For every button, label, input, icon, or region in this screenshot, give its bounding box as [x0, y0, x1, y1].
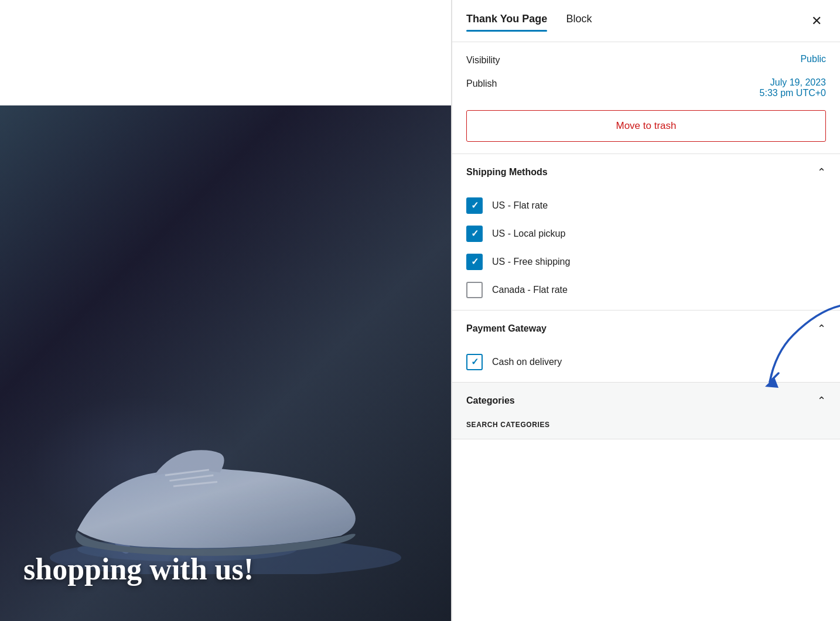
- shipping-item-4: Canada - Flat rate: [466, 282, 826, 298]
- visibility-value[interactable]: Public: [800, 54, 826, 64]
- publish-value[interactable]: July 19, 2023 5:33 pm UTC+0: [760, 77, 826, 98]
- categories-chevron-icon: ⌃: [817, 394, 826, 407]
- left-panel-top: [0, 0, 451, 105]
- search-categories-label: SEARCH CATEGORIES: [466, 421, 550, 429]
- hero-image: shopping with us!: [0, 105, 451, 621]
- block-tab-label: Block: [566, 11, 592, 28]
- publish-time: 5:33 pm UTC+0: [760, 88, 826, 98]
- shipping-methods-body: ✓ US - Flat rate ✓ US - Local pickup ✓ U…: [452, 190, 840, 310]
- shipping-label-1: US - Flat rate: [492, 200, 548, 211]
- right-panel: Thank You Page Block ✕ Visibility Public…: [452, 0, 840, 621]
- shipping-checkbox-4[interactable]: [466, 282, 483, 298]
- close-button[interactable]: ✕: [807, 12, 826, 30]
- shipping-label-4: Canada - Flat rate: [492, 285, 568, 295]
- visibility-label: Visibility: [466, 54, 500, 66]
- categories-title: Categories: [466, 395, 515, 406]
- publish-label: Publish: [466, 77, 497, 89]
- tabs-area: Thank You Page Block: [466, 11, 807, 32]
- tab-block[interactable]: Block: [566, 11, 592, 32]
- panel-header: Thank You Page Block ✕: [452, 0, 840, 42]
- categories-section: Categories ⌃ SEARCH CATEGORIES: [452, 383, 840, 439]
- payment-gateway-section: Payment Gateway ⌃ ✓ Cash on delivery: [452, 310, 840, 383]
- search-categories: SEARCH CATEGORIES: [452, 419, 840, 439]
- shipping-label-2: US - Local pickup: [492, 228, 565, 239]
- payment-chevron-icon: ⌃: [817, 322, 826, 335]
- post-settings-section: Visibility Public Publish July 19, 2023 …: [452, 42, 840, 154]
- shipping-methods-section: Shipping Methods ⌃ ✓ US - Flat rate ✓ US…: [452, 154, 840, 310]
- left-panel: shopping with us!: [0, 0, 451, 621]
- payment-gateway-header[interactable]: Payment Gateway ⌃: [452, 310, 840, 347]
- tab-underline: [466, 30, 547, 32]
- shipping-checkbox-2[interactable]: ✓: [466, 226, 483, 242]
- publish-date: July 19, 2023: [760, 77, 826, 88]
- shipping-methods-header[interactable]: Shipping Methods ⌃: [452, 154, 840, 190]
- checkmark-1: ✓: [471, 201, 479, 210]
- payment-gateway-title: Payment Gateway: [466, 323, 547, 334]
- payment-checkbox-1[interactable]: ✓: [466, 354, 483, 370]
- shipping-item-1: ✓ US - Flat rate: [466, 197, 826, 214]
- hero-text: shopping with us!: [23, 552, 254, 586]
- shipping-checkbox-3[interactable]: ✓: [466, 254, 483, 270]
- payment-gateway-body: ✓ Cash on delivery: [452, 347, 840, 382]
- hero-heading: shopping with us!: [23, 552, 254, 586]
- publish-row: Publish July 19, 2023 5:33 pm UTC+0: [466, 77, 826, 98]
- checkmark-payment-1: ✓: [471, 357, 479, 367]
- shipping-item-3: ✓ US - Free shipping: [466, 254, 826, 270]
- categories-header[interactable]: Categories ⌃: [452, 383, 840, 419]
- thank-you-page-tab-label: Thank You Page: [466, 11, 547, 28]
- shipping-checkbox-1[interactable]: ✓: [466, 197, 483, 214]
- checkmark-2: ✓: [471, 229, 479, 238]
- visibility-row: Visibility Public: [466, 54, 826, 66]
- checkmark-3: ✓: [471, 257, 479, 267]
- panel-content[interactable]: Visibility Public Publish July 19, 2023 …: [452, 42, 840, 621]
- move-to-trash-button[interactable]: Move to trash: [466, 110, 826, 142]
- payment-item-1: ✓ Cash on delivery: [466, 354, 826, 370]
- shipping-item-2: ✓ US - Local pickup: [466, 226, 826, 242]
- tab-thank-you-page[interactable]: Thank You Page: [466, 11, 547, 32]
- shipping-label-3: US - Free shipping: [492, 257, 570, 267]
- payment-label-1: Cash on delivery: [492, 357, 562, 367]
- shipping-methods-title: Shipping Methods: [466, 167, 548, 178]
- shipping-chevron-icon: ⌃: [817, 166, 826, 179]
